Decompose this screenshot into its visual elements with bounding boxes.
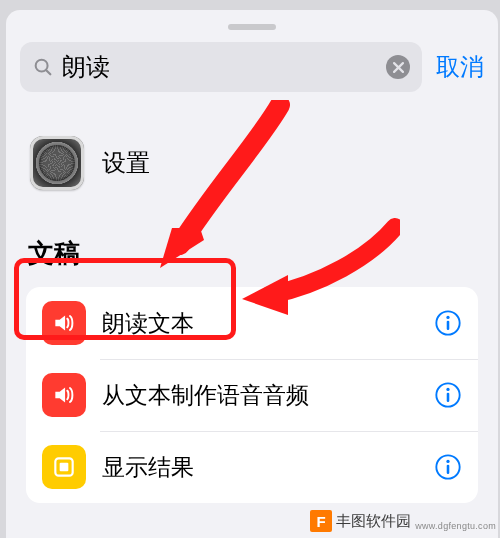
info-button[interactable] [434,381,462,409]
action-row-label: 从文本制作语音音频 [102,380,418,411]
search-icon [32,56,54,78]
svg-point-11 [446,460,449,463]
search-query-text: 朗读 [62,51,378,83]
svg-rect-7 [447,393,450,402]
svg-point-3 [446,316,449,319]
cancel-button[interactable]: 取消 [436,51,484,83]
watermark-name: 丰图软件园 [336,512,411,531]
action-row-make-audio[interactable]: 从文本制作语音音频 [26,359,478,431]
search-sheet: 朗读 取消 设置 文稿 朗读文本 [6,10,498,538]
info-button[interactable] [434,453,462,481]
clear-search-button[interactable] [386,55,410,79]
watermark-url: www.dgfengtu.com [415,521,496,531]
svg-point-6 [446,388,449,391]
sheet-grabber[interactable] [228,24,276,30]
svg-rect-4 [447,321,450,330]
action-row-label: 朗读文本 [102,308,418,339]
search-bar-row: 朗读 取消 [6,42,498,108]
result-icon [42,445,86,489]
app-result-label: 设置 [102,147,150,179]
speaker-icon [42,373,86,417]
results-content: 设置 文稿 朗读文本 [6,108,498,503]
svg-rect-9 [60,463,69,472]
info-button[interactable] [434,309,462,337]
action-row-label: 显示结果 [102,452,418,483]
action-list: 朗读文本 从文本制作语音音频 [26,287,478,503]
watermark-badge: F [310,510,332,532]
watermark: F 丰图软件园 www.dgfengtu.com [310,510,496,532]
section-title-documents: 文稿 [26,236,478,271]
app-result-settings[interactable]: 设置 [26,136,478,190]
svg-rect-12 [447,465,450,474]
svg-line-1 [46,70,50,74]
action-row-speak-text[interactable]: 朗读文本 [26,287,478,359]
settings-app-icon [30,136,84,190]
action-row-show-result[interactable]: 显示结果 [26,431,478,503]
search-input[interactable]: 朗读 [20,42,422,92]
speaker-icon [42,301,86,345]
